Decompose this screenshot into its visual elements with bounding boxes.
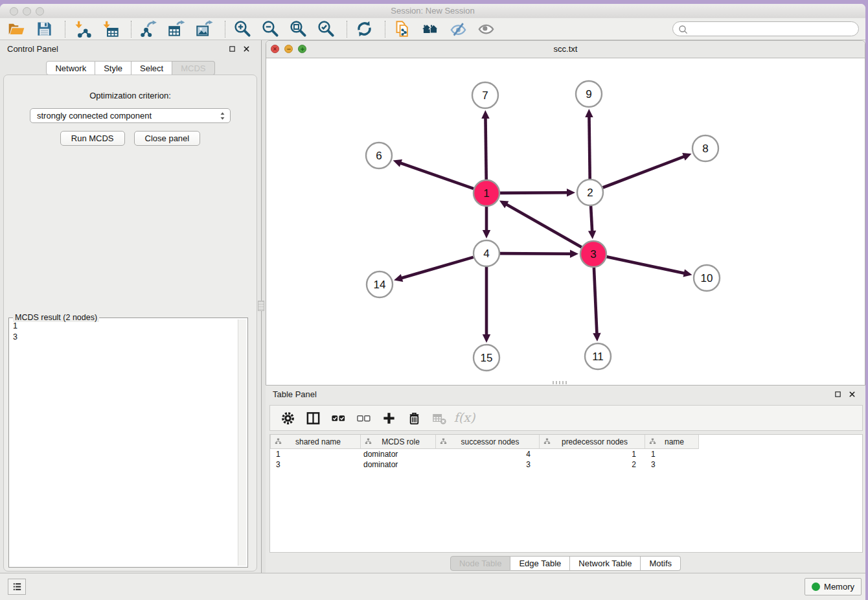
table-cell[interactable]: 3 <box>270 459 361 470</box>
table-row[interactable]: 1dominator411 <box>270 449 862 459</box>
export-table-icon[interactable] <box>166 19 186 39</box>
network-graph[interactable]: 7968124314101511 <box>266 58 865 385</box>
graph-edge-3-1 <box>506 204 582 248</box>
graph-arrowhead <box>393 159 402 167</box>
task-history-button[interactable] <box>8 579 26 595</box>
result-scrollbar[interactable] <box>238 319 246 566</box>
tab-select[interactable]: Select <box>131 61 172 75</box>
graph-node-8[interactable]: 8 <box>692 135 718 161</box>
table-row[interactable]: 3dominator323 <box>270 459 862 470</box>
divider-grip[interactable] <box>258 301 264 311</box>
table-panel-header: Table Panel <box>266 386 865 402</box>
column-header-successor-nodes[interactable]: successor nodes <box>436 435 540 449</box>
svg-text:10: 10 <box>701 272 713 284</box>
table-cell[interactable]: 1 <box>540 449 645 459</box>
refresh-icon[interactable] <box>354 19 374 39</box>
search-input[interactable] <box>690 23 856 35</box>
save-icon[interactable] <box>34 19 54 39</box>
graph-arrowhead <box>585 109 593 117</box>
column-header-shared-name[interactable]: shared name <box>270 435 361 449</box>
open-icon[interactable] <box>6 19 26 39</box>
column-header-name[interactable]: name <box>645 435 699 449</box>
svg-text:11: 11 <box>592 351 604 363</box>
table-cell[interactable]: dominator <box>361 459 436 470</box>
import-table-icon[interactable] <box>100 19 120 39</box>
first-neighbors-icon[interactable] <box>420 19 440 39</box>
zoom-selected-icon[interactable] <box>316 19 336 39</box>
graph-node-15[interactable]: 15 <box>474 345 499 371</box>
table-cell[interactable]: 3 <box>645 459 699 470</box>
desktop: Session: New Session Control Panel Netwo… <box>0 0 868 600</box>
canvas-scroll-grip[interactable] <box>553 381 567 384</box>
mcds-result-title: MCDS result (2 nodes) <box>13 313 99 322</box>
duplicate-network-icon[interactable] <box>393 19 412 39</box>
graph-node-1[interactable]: 1 <box>474 180 499 206</box>
hide-details-icon[interactable] <box>448 19 468 39</box>
svg-text:15: 15 <box>481 352 493 364</box>
table-cell[interactable]: 4 <box>436 449 540 459</box>
float-panel-icon[interactable] <box>228 45 236 53</box>
criterion-value: strongly connected component <box>37 111 152 121</box>
svg-text:6: 6 <box>376 150 382 162</box>
tab-network-table[interactable]: Network Table <box>570 556 641 571</box>
graph-node-2[interactable]: 2 <box>577 179 603 205</box>
graph-node-9[interactable]: 9 <box>576 81 602 107</box>
tab-motifs[interactable]: Motifs <box>641 556 681 571</box>
trash-icon[interactable] <box>404 408 424 428</box>
birdseye-icon[interactable] <box>476 19 496 39</box>
graph-node-6[interactable]: 6 <box>366 143 392 168</box>
control-panel-title: Control Panel <box>7 44 58 54</box>
column-header-predecessor-nodes[interactable]: predecessor nodes <box>540 435 645 449</box>
tab-node-table[interactable]: Node Table <box>450 556 511 571</box>
list-icon <box>12 581 23 592</box>
criterion-select[interactable]: strongly connected component <box>30 108 231 123</box>
graph-node-3[interactable]: 3 <box>580 241 606 267</box>
table-cell[interactable]: 1 <box>270 449 361 459</box>
zoom-out-icon[interactable] <box>260 19 280 39</box>
select-all-icon[interactable] <box>328 408 348 428</box>
graph-edge-1-6 <box>400 163 474 189</box>
graph-node-11[interactable]: 11 <box>585 343 611 369</box>
add-icon[interactable] <box>379 408 398 428</box>
table-toolbar: f(x) <box>269 405 863 431</box>
split-columns-icon[interactable] <box>303 408 323 428</box>
close-panel-button[interactable]: Close panel <box>134 131 201 146</box>
node-table: shared nameMCDS rolesuccessor nodesprede… <box>269 434 863 553</box>
tab-network[interactable]: Network <box>46 61 95 75</box>
column-header-mcds-role[interactable]: MCDS role <box>361 435 436 449</box>
table-cell[interactable]: dominator <box>361 449 436 459</box>
table-cell[interactable]: 3 <box>436 459 540 470</box>
export-image-icon[interactable] <box>194 19 214 39</box>
gear-icon[interactable] <box>278 408 297 428</box>
graph-arrowhead <box>588 231 596 239</box>
graph-node-10[interactable]: 10 <box>694 265 720 291</box>
close-panel-icon[interactable] <box>242 45 251 53</box>
window-titlebar: Session: New Session <box>0 4 865 19</box>
mcds-result-line: 3 <box>13 332 17 343</box>
import-network-icon[interactable] <box>73 19 92 39</box>
graph-node-4[interactable]: 4 <box>474 240 499 266</box>
select-none-icon[interactable] <box>354 408 373 428</box>
memory-button[interactable]: Memory <box>805 578 862 595</box>
table-panel-title: Table Panel <box>273 389 317 399</box>
search-icon <box>678 24 689 36</box>
table-cell[interactable]: 2 <box>540 459 645 470</box>
export-network-icon[interactable] <box>139 19 158 39</box>
graph-node-14[interactable]: 14 <box>367 271 393 297</box>
tab-mcds[interactable]: MCDS <box>172 61 214 75</box>
close-table-panel-icon[interactable] <box>848 390 856 398</box>
delete-table-icon <box>429 408 449 428</box>
control-panel: Control Panel NetworkStyleSelectMCDS Opt… <box>0 40 261 573</box>
zoom-fit-icon[interactable] <box>288 19 308 39</box>
graph-node-7[interactable]: 7 <box>472 82 498 108</box>
tab-style[interactable]: Style <box>95 61 131 75</box>
float-table-panel-icon[interactable] <box>834 390 842 398</box>
graph-arrowhead <box>567 189 575 196</box>
run-mcds-button[interactable]: Run MCDS <box>60 131 125 146</box>
network-canvas[interactable]: 7968124314101511 <box>266 58 865 385</box>
tab-edge-table[interactable]: Edge Table <box>510 556 570 571</box>
zoom-in-icon[interactable] <box>233 19 252 39</box>
table-rows: 1dominator4113dominator323 <box>270 449 862 470</box>
graph-edge-2-3 <box>591 206 592 232</box>
table-cell[interactable]: 1 <box>645 449 699 459</box>
